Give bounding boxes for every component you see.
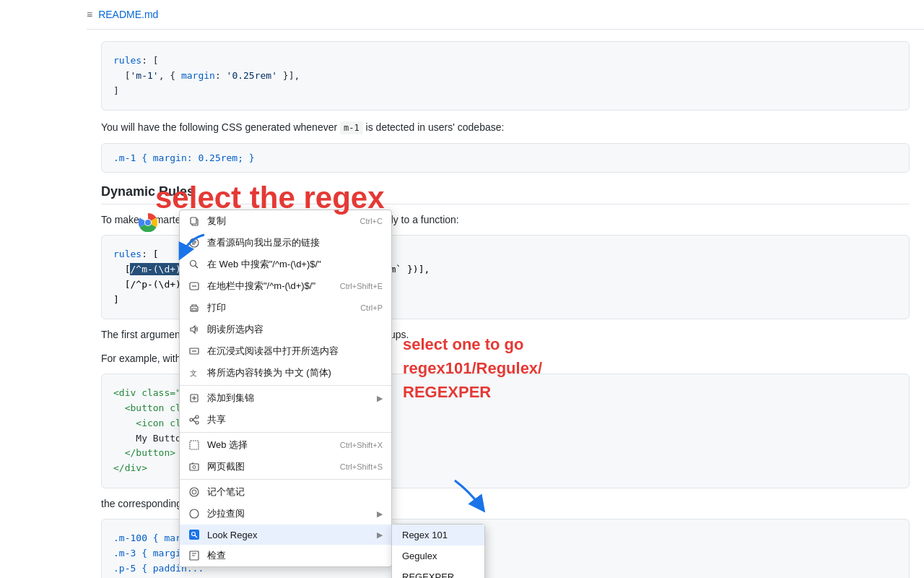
svg-point-21: [196, 415, 199, 418]
menu-item-inspect[interactable]: 检查: [180, 545, 391, 566]
svg-point-30: [192, 490, 196, 494]
breadcrumb-filename[interactable]: README.md: [98, 9, 158, 20]
svg-rect-4: [191, 217, 196, 224]
salad-label: 沙拉查阅: [207, 507, 370, 520]
translate-label: 将所选内容转换为 中文 (简体): [207, 366, 383, 379]
submenu-gegulex[interactable]: Gegulex: [392, 545, 484, 566]
list-icon: ≡: [87, 9, 92, 20]
inspect-icon: [188, 550, 200, 561]
code-css-output: .m-1 { margin: 0.25rem; }: [101, 143, 910, 173]
look-regex-submenu: Regex 101 Gegulex REGEXPER: [391, 524, 485, 578]
menu-item-translate[interactable]: 文 将所选内容转换为 中文 (简体): [180, 362, 391, 384]
web-search-label: 在 Web 中搜索"/^m-(\d+)$/": [207, 258, 383, 271]
svg-line-33: [195, 535, 197, 538]
main-content: ≡ README.md rules: [ ['m-1', { margin: '…: [0, 0, 924, 578]
svg-point-23: [190, 418, 193, 421]
immersive-label: 在沉浸式阅读器中打开所选内容: [207, 345, 383, 358]
svg-point-28: [193, 466, 196, 469]
copy-label: 复制: [207, 215, 353, 228]
print-label: 打印: [207, 301, 353, 314]
divider-3: [180, 479, 391, 480]
code-line-1: rules: [: [113, 53, 897, 69]
look-regex-arrow: ▶: [377, 530, 383, 540]
menu-item-source[interactable]: 查看源码向我出显示的链接: [180, 232, 391, 254]
svg-rect-14: [192, 309, 196, 311]
bar-search-shortcut: Ctrl+Shift+E: [340, 282, 383, 290]
divider-2: [180, 432, 391, 433]
copy-shortcut: Ctrl+C: [360, 217, 383, 225]
read-aloud-label: 朗读所选内容: [207, 323, 383, 336]
context-menu: 复制 Ctrl+C 查看源码向我出显示的链接 在 Web 中搜索"/^m-(\d…: [179, 210, 392, 567]
inline-code-m1: m-1: [340, 121, 363, 134]
breadcrumb-bar: ≡ README.md: [87, 0, 924, 30]
svg-point-22: [196, 421, 199, 424]
menu-item-bar-search[interactable]: 在地栏中搜索"/^m-(\d+)$/" Ctrl+Shift+E: [180, 275, 391, 297]
menu-item-salad[interactable]: 沙拉查阅 ▶: [180, 503, 391, 525]
menu-item-look-regex[interactable]: Look Regex ▶ Regex 101 Gegulex REGEXPER: [180, 525, 391, 545]
screenshot-shortcut: Ctrl+Shift+S: [340, 462, 383, 471]
submenu-regexper[interactable]: REGEXPER: [392, 566, 484, 578]
print-icon: [188, 302, 200, 314]
svg-point-31: [190, 509, 199, 518]
screenshot-label: 网页截图: [207, 460, 333, 473]
section-heading-dynamic: Dynamic Rules: [101, 184, 910, 204]
menu-item-web-select[interactable]: Web 选择 Ctrl+Shift+X: [180, 434, 391, 456]
source-label: 查看源码向我出显示的链接: [207, 236, 383, 249]
look-regex-icon: [188, 529, 200, 540]
web-select-label: Web 选择: [207, 439, 333, 452]
collection-arrow: ▶: [377, 394, 383, 403]
bar-search-label: 在地栏中搜索"/^m-(\d+)$/": [207, 280, 333, 293]
menu-item-screenshot[interactable]: 网页截图 Ctrl+Shift+S: [180, 456, 391, 478]
svg-line-25: [193, 420, 196, 423]
inspect-label: 检查: [207, 549, 383, 562]
prose-1: You will have the following CSS generate…: [101, 119, 910, 135]
collection-label: 添加到集锦: [207, 392, 370, 405]
screenshot-icon: [188, 461, 200, 473]
menu-item-print[interactable]: 打印 Ctrl+P: [180, 297, 391, 319]
bar-search-icon: [188, 280, 200, 292]
svg-rect-27: [190, 464, 199, 470]
svg-point-32: [192, 532, 196, 536]
svg-text:文: 文: [190, 369, 197, 377]
divider-1: [180, 385, 391, 386]
notes-icon: [188, 486, 200, 498]
menu-item-web-search[interactable]: 在 Web 中搜索"/^m-(\d+)$/": [180, 254, 391, 275]
share-icon: [188, 414, 200, 426]
menu-item-immersive[interactable]: 在沉浸式阅读器中打开所选内容: [180, 340, 391, 362]
print-shortcut: Ctrl+P: [360, 303, 383, 312]
web-search-icon: [188, 259, 200, 270]
web-select-icon: [188, 439, 200, 451]
svg-line-24: [193, 418, 196, 420]
code-line-2: ['m-1', { margin: '0.25rem' }],: [113, 69, 897, 84]
look-regex-label: Look Regex: [207, 530, 370, 540]
menu-item-read-aloud[interactable]: 朗读所选内容: [180, 319, 391, 340]
menu-item-collection[interactable]: 添加到集锦 ▶: [180, 387, 391, 409]
collection-icon: [188, 392, 200, 404]
svg-point-9: [191, 261, 196, 267]
code-block-rules: rules: [ ['m-1', { margin: '0.25rem' }],…: [101, 41, 910, 111]
svg-point-29: [190, 488, 199, 496]
notes-label: 记个笔记: [207, 486, 383, 499]
salad-arrow: ▶: [377, 509, 383, 519]
share-label: 共享: [207, 413, 383, 426]
menu-item-copy[interactable]: 复制 Ctrl+C: [180, 210, 391, 232]
code-line-3: ]: [113, 84, 897, 99]
web-select-shortcut: Ctrl+Shift+X: [340, 441, 383, 449]
menu-item-notes[interactable]: 记个笔记: [180, 481, 391, 503]
immersive-icon: [188, 345, 200, 357]
submenu-regex101[interactable]: Regex 101: [392, 525, 484, 545]
read-aloud-icon: [188, 324, 200, 335]
copy-icon: [188, 215, 200, 227]
source-icon: [188, 237, 200, 249]
menu-item-share[interactable]: 共享: [180, 409, 391, 431]
salad-icon: [188, 508, 200, 519]
translate-icon: 文: [188, 367, 200, 379]
svg-line-10: [196, 266, 199, 269]
svg-rect-26: [190, 441, 199, 449]
